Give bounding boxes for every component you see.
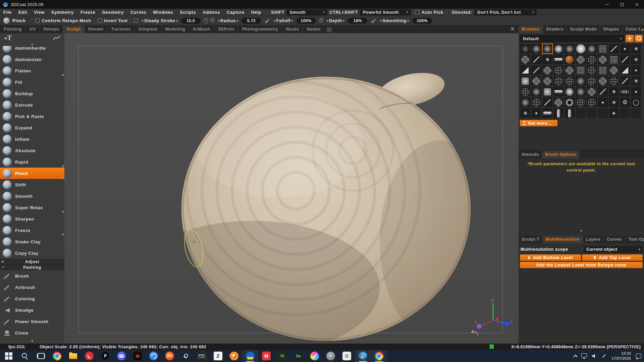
collapse-left-icon[interactable]: ◀ (4, 36, 7, 40)
scroll-up-icon[interactable]: ▲ (31, 43, 34, 46)
brush-thumb[interactable] (586, 65, 597, 75)
tool-clone[interactable]: Clone (0, 327, 64, 339)
notifications-icon[interactable] (636, 354, 641, 358)
brush-thumb[interactable] (631, 108, 641, 118)
steam-2-icon[interactable] (355, 350, 371, 362)
brush-thumb[interactable] (520, 108, 531, 118)
section-adjust[interactable]: ▶Adjust (0, 259, 64, 264)
tool-buildup[interactable]: Buildup (0, 88, 64, 99)
brush-thumb[interactable] (597, 108, 608, 118)
stepper-right-icon[interactable]: ▶ (237, 19, 238, 22)
color-chip[interactable] (489, 344, 494, 349)
brush-thumb[interactable] (575, 86, 586, 97)
falloff-value[interactable]: 100% (297, 18, 316, 24)
menu-addons[interactable]: Addons (200, 9, 223, 16)
medal-icon[interactable]: M (129, 350, 146, 362)
tool-inflate[interactable]: Inflate (0, 133, 64, 145)
steady-stroke-checkbox[interactable] (134, 18, 138, 23)
room-tab-painting[interactable]: Painting (0, 25, 25, 33)
menu-edit[interactable]: Edit (15, 9, 31, 16)
axis-gizmo[interactable]: Y X Z (474, 298, 512, 328)
stepper-right-icon[interactable]: ▶ (291, 19, 293, 22)
stepper-right-icon[interactable]: ▶ (343, 19, 345, 22)
tray-chevron-icon[interactable] (574, 355, 578, 359)
tab-brush-options[interactable]: Brush Options (542, 151, 579, 159)
brush-thumb[interactable] (586, 54, 597, 65)
tabbar-close-icon[interactable] (511, 27, 515, 31)
brush-thumb[interactable] (586, 86, 597, 97)
room-tab-retopo[interactable]: Retopo (40, 25, 63, 33)
network-icon[interactable] (581, 353, 587, 357)
tool-pick-paste[interactable]: Pick & Paste (0, 111, 64, 122)
brush-thumb[interactable] (608, 97, 619, 108)
ubisoft-connect-icon[interactable] (146, 350, 162, 362)
search-icon[interactable] (17, 350, 33, 362)
tool-smudge[interactable]: Smudge (0, 304, 64, 316)
brush-thumb[interactable] (597, 86, 608, 97)
add-lowest-level-button[interactable]: Add the Lowest Level from Retopo room (520, 262, 643, 268)
tool-damianstan[interactable]: damianstan (0, 54, 64, 65)
brush-thumb[interactable] (542, 54, 553, 65)
brush-thumb[interactable] (620, 65, 630, 75)
brush-thumb[interactable] (542, 97, 553, 108)
tab-shaders[interactable]: Shaders (543, 25, 567, 33)
menu-symmetry[interactable]: Symmetry (48, 9, 77, 16)
radius-value[interactable]: 5.73 (241, 18, 261, 24)
gimp-icon[interactable] (323, 350, 339, 362)
brush-thumb[interactable] (553, 65, 564, 75)
brush-thumb[interactable] (620, 44, 630, 54)
brush-thumb[interactable] (553, 97, 564, 108)
parsec-icon[interactable]: P (97, 350, 113, 362)
brush-thumb[interactable] (531, 54, 542, 65)
curve-stroke-icon[interactable] (53, 36, 60, 40)
brush-thumb[interactable] (620, 108, 630, 118)
tool-power-smooth[interactable]: Power Smooth (0, 316, 64, 327)
brush-thumb[interactable] (520, 65, 531, 75)
start-icon[interactable] (1, 350, 17, 362)
stepper-right-icon[interactable]: ▶ (408, 19, 409, 22)
search-brush-button[interactable] (635, 35, 643, 42)
3d-viewport[interactable]: Y X Z (64, 33, 519, 344)
scroll-down-icon[interactable]: ▼ (31, 340, 34, 343)
brush-thumb[interactable] (531, 44, 542, 54)
brush-thumb[interactable] (542, 44, 553, 54)
depth-value[interactable]: 18% (348, 18, 367, 24)
add-bottom-level-button[interactable]: Add Bottom Level (520, 254, 581, 261)
brush-thumb[interactable] (564, 108, 575, 118)
brush-thumb[interactable] (597, 76, 608, 86)
room-tab-factures[interactable]: Factures (108, 25, 135, 33)
section-painting[interactable]: ▼Painting (0, 264, 64, 270)
menu-file[interactable]: File (0, 9, 15, 16)
room-tab-render[interactable]: Render (84, 25, 108, 33)
tool-super-relax[interactable]: Super Relax (0, 202, 64, 213)
brush-thumb[interactable] (586, 76, 597, 86)
mouse-icon[interactable] (204, 18, 208, 23)
menu-freeze[interactable]: Freeze (77, 9, 99, 16)
tool-brush[interactable]: Brush (0, 270, 64, 282)
tool-coloring[interactable]: Coloring (0, 293, 64, 304)
menu-help[interactable]: Help (248, 9, 265, 16)
add-top-level-button[interactable]: Add Top Level (582, 254, 643, 261)
menu-curves[interactable]: Curves (127, 9, 150, 16)
tool-damienhardw[interactable]: damienhardw (0, 46, 64, 54)
tool-rapid[interactable]: Rapid (0, 156, 64, 168)
brush-thumb[interactable] (531, 97, 542, 108)
tool-absolute[interactable]: Absolute (0, 145, 64, 156)
menu-windows[interactable]: Windows (150, 9, 176, 16)
add-brush-button[interactable] (626, 35, 634, 42)
brush-thumb[interactable] (575, 108, 586, 118)
brush-thumb[interactable] (520, 44, 531, 54)
brush-thumb[interactable] (575, 44, 586, 54)
brush-thumb[interactable] (631, 65, 641, 75)
tab-multiresolution[interactable]: MultiResolution (542, 236, 582, 243)
brush-thumb[interactable] (531, 76, 542, 86)
brush-thumb[interactable] (553, 76, 564, 86)
brush-thumb[interactable] (620, 76, 630, 86)
pen-settings-icon[interactable] (601, 354, 606, 359)
menu-capture[interactable]: Capture (223, 9, 248, 16)
stepper-left-icon[interactable]: ◀ (380, 19, 381, 22)
red-app-icon[interactable] (81, 350, 97, 362)
tool-extrude[interactable]: Extrude (0, 99, 64, 111)
panel-collapse-icon[interactable]: ▼ (580, 229, 583, 233)
clock[interactable]: 13:33 17/07/2025 (611, 351, 631, 361)
